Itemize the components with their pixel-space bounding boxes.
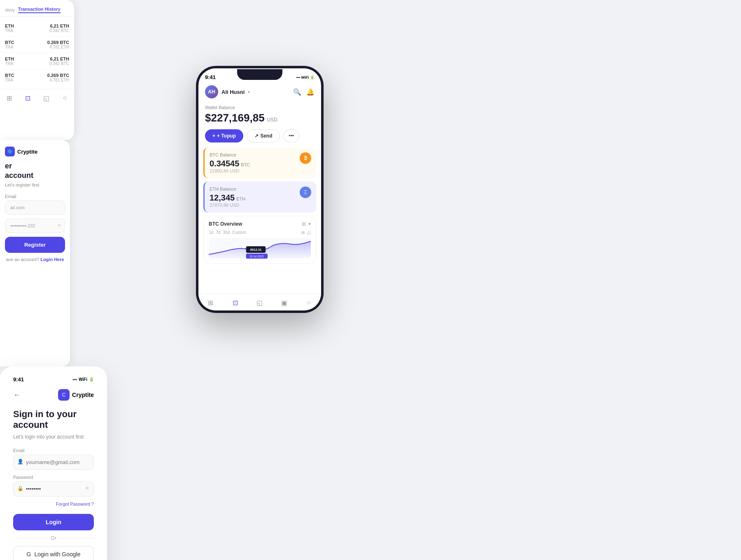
period-7d[interactable]: 7d — [216, 230, 220, 235]
main-phone-screen: 9:41 ▪▪▪ WiFi 🔋 AH Ali Husni ▾ 🔍 🔔 Walle… — [198, 68, 321, 310]
header-actions: 🔍 🔔 — [293, 88, 315, 96]
google-login-button[interactable]: G Login with Google — [13, 546, 94, 560]
btc-overview-card: BTC Overview ⊞ ▾ 1d 7d 30d Custom ⊞ ◱ — [203, 216, 316, 264]
eth-usd: 37870,88 USD — [210, 203, 245, 208]
or-divider: Or — [47, 535, 59, 541]
history-tab1[interactable]: story — [5, 7, 15, 12]
svg-text:18 Jul 2022: 18 Jul 2022 — [249, 255, 264, 258]
app-logo: 🔷 — [5, 147, 15, 156]
nav-settings-icon[interactable]: ○ — [304, 298, 313, 307]
eth-unit: ETH — [236, 196, 245, 201]
status-time: 9:41 — [205, 74, 216, 80]
lock-icon: 🔒 — [17, 485, 23, 491]
main-phone-frame: 9:41 ▪▪▪ WiFi 🔋 AH Ali Husni ▾ 🔍 🔔 Walle… — [196, 66, 324, 313]
notch — [237, 69, 282, 80]
topup-button[interactable]: + + Topup — [205, 129, 243, 142]
login-prompt: ave an account? Login Here — [5, 257, 65, 262]
wallet-balance-label: Wallet Balance — [205, 105, 315, 110]
history-tab2[interactable]: Transaction History — [18, 7, 61, 13]
table-row: ETH TRA 6,21 ETH 0.342 BTC — [3, 53, 71, 70]
period-1d[interactable]: 1d — [209, 230, 213, 235]
period-icon2[interactable]: ◱ — [307, 230, 311, 235]
register-subtitle: Let's register first — [5, 182, 65, 187]
nav-settings-icon[interactable]: ○ — [61, 93, 70, 103]
wallet-section: Wallet Balance $227,169,85 USD — [198, 102, 321, 129]
plus-icon: + — [212, 133, 215, 139]
status-icons: ▪▪▪WiFi🔋 — [72, 377, 94, 382]
user-name: Ali Husni — [221, 89, 245, 95]
back-icon[interactable]: ← — [13, 391, 21, 399]
eth-balance-label: ETH Balance — [210, 187, 245, 191]
password-input[interactable]: ••••••••••-232 👁 — [5, 219, 65, 233]
table-row: ETH TRA 6,21 ETH 0.342 BTC — [3, 20, 71, 37]
user-header: AH Ali Husni ▾ — [205, 85, 250, 98]
email-icon: 👤 — [17, 459, 23, 464]
email-input[interactable]: ail.com — [5, 201, 65, 215]
login-link[interactable]: Login Here — [40, 257, 64, 262]
login-subtitle: Let's login into your account first — [13, 434, 94, 440]
btc-overview-label: BTC Overview — [209, 221, 242, 227]
action-buttons: + + Topup ↗ Send ••• — [198, 129, 321, 147]
app-logo: C — [58, 389, 70, 401]
nav-home-icon[interactable]: ⊞ — [5, 93, 14, 103]
eth-balance-card: ETH Balance 12,345 ETH 37870,88 USD Ξ — [203, 182, 316, 212]
password-input[interactable] — [13, 481, 94, 497]
period-custom[interactable]: Custom — [232, 230, 246, 235]
app-name-label: Cryptite — [17, 149, 37, 155]
eye-icon[interactable]: 👁 — [57, 223, 61, 228]
eye-icon[interactable]: 👁 — [85, 485, 90, 491]
transaction-history-panel: story Transaction History ETH TRA 6,21 E… — [0, 0, 74, 140]
period-icon1[interactable]: ⊞ — [301, 230, 305, 235]
btc-chart: 6612.31 18 Jul 2022 — [209, 238, 311, 259]
btc-balance-label: BTC Balance — [210, 152, 250, 157]
wallet-balance: $227,169,85 — [205, 112, 265, 124]
main-nav-bar: ⊞ ⊡ ◱ ▣ ○ — [198, 294, 321, 310]
eth-balance: 12,345 — [210, 193, 235, 203]
send-button[interactable]: ↗ Send — [247, 129, 280, 142]
btc-icon: ₿ — [300, 152, 311, 164]
nav-tx-icon[interactable]: ⊡ — [23, 93, 33, 103]
register-button[interactable]: Register — [5, 237, 65, 253]
email-input[interactable] — [13, 455, 94, 470]
btc-unit: BTC — [241, 162, 250, 167]
avatar: AH — [205, 85, 218, 98]
svg-text:6612.31: 6612.31 — [250, 248, 262, 252]
eth-icon: Ξ — [300, 187, 311, 198]
more-button[interactable]: ••• — [283, 129, 299, 142]
status-icons: ▪▪▪ WiFi 🔋 — [296, 75, 315, 79]
table-row: BTC TRA 0.269 BTC 4.781 ETH — [3, 37, 71, 53]
forgot-password-link[interactable]: Forgot Password ? — [56, 502, 94, 506]
wallet-currency: USD — [267, 117, 277, 123]
search-icon[interactable]: 🔍 — [293, 88, 301, 96]
google-icon: G — [27, 551, 31, 558]
period-30d[interactable]: 30d — [223, 230, 230, 235]
nav-wallet-icon[interactable]: ▣ — [280, 298, 289, 307]
login-title: Sign in to your account — [13, 409, 94, 431]
overview-expand[interactable]: ▾ — [308, 221, 311, 227]
bell-icon[interactable]: 🔔 — [306, 88, 315, 96]
period-tabs: 1d 7d 30d Custom ⊞ ◱ — [209, 230, 311, 235]
password-label: Password — [13, 475, 94, 480]
btc-balance: 0.34545 — [210, 159, 239, 168]
table-row: BTC TRA 0.269 BTC 4.781 ETH — [3, 70, 71, 86]
overview-actions: ⊞ ▾ — [302, 221, 311, 227]
overview-toggle[interactable]: ⊞ — [302, 221, 306, 227]
nav-wallet-icon[interactable]: ◱ — [42, 93, 51, 103]
dropdown-icon[interactable]: ▾ — [248, 90, 250, 94]
status-time: 9:41 — [13, 376, 24, 383]
email-label: Email — [13, 448, 94, 453]
email-label: Email — [5, 194, 65, 199]
app-name: Cryptite — [72, 392, 94, 398]
register-card-panel: 🔷 Cryptite eraccount Let's register firs… — [0, 140, 70, 366]
send-icon: ↗ — [254, 133, 259, 139]
login-button[interactable]: Login — [13, 514, 94, 530]
btc-usd: 21900,84 USD — [210, 168, 250, 173]
register-title: eraccount — [5, 161, 65, 181]
btc-balance-card: BTC Balance 0.34545 BTC 21900,84 USD ₿ — [203, 147, 316, 178]
nav-tx-icon[interactable]: ⊡ — [231, 298, 240, 307]
nav-chart-icon[interactable]: ◱ — [255, 298, 264, 307]
login-phone: 9:41 ▪▪▪WiFi🔋 ← C Cryptite Sign in to yo… — [0, 366, 107, 560]
nav-home-icon[interactable]: ⊞ — [206, 298, 215, 307]
